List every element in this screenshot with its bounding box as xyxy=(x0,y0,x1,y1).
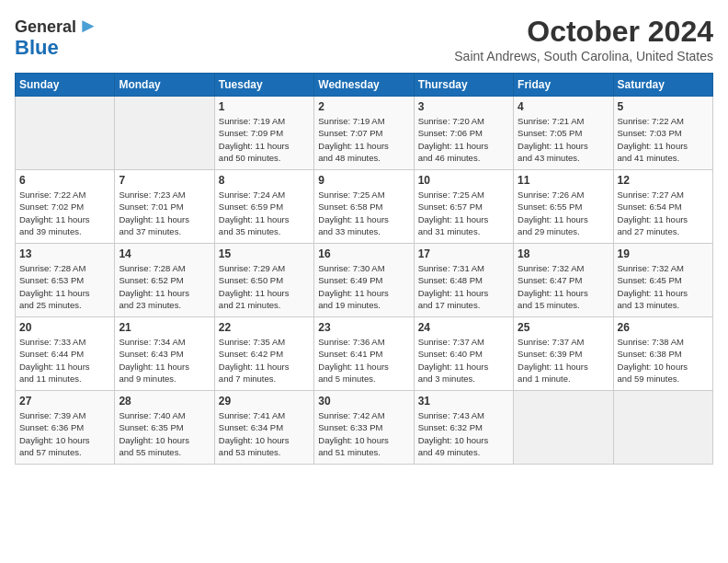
day-number: 11 xyxy=(518,174,609,187)
day-of-week-header: Thursday xyxy=(414,74,513,97)
calendar-table: SundayMondayTuesdayWednesdayThursdayFrid… xyxy=(15,73,713,465)
day-number: 1 xyxy=(219,100,310,113)
day-number: 28 xyxy=(119,395,210,408)
calendar-cell: 19Sunrise: 7:32 AM Sunset: 6:45 PM Dayli… xyxy=(613,244,712,317)
day-number: 4 xyxy=(518,100,609,113)
calendar-cell: 8Sunrise: 7:24 AM Sunset: 6:59 PM Daylig… xyxy=(214,170,313,244)
day-number: 19 xyxy=(618,247,709,260)
day-info: Sunrise: 7:25 AM Sunset: 6:57 PM Dayligh… xyxy=(418,189,509,237)
day-number: 5 xyxy=(618,100,709,113)
calendar-cell: 29Sunrise: 7:41 AM Sunset: 6:34 PM Dayli… xyxy=(214,391,313,465)
month-title: October 2024 xyxy=(454,15,713,49)
day-number: 25 xyxy=(518,321,609,334)
days-header-row: SundayMondayTuesdayWednesdayThursdayFrid… xyxy=(16,74,713,97)
calendar-cell: 11Sunrise: 7:26 AM Sunset: 6:55 PM Dayli… xyxy=(514,170,613,244)
calendar-cell: 31Sunrise: 7:43 AM Sunset: 6:32 PM Dayli… xyxy=(414,391,513,465)
calendar-cell: 1Sunrise: 7:19 AM Sunset: 7:09 PM Daylig… xyxy=(214,97,313,170)
day-info: Sunrise: 7:40 AM Sunset: 6:35 PM Dayligh… xyxy=(119,409,210,458)
logo-text-general: General► xyxy=(15,15,98,37)
day-info: Sunrise: 7:38 AM Sunset: 6:38 PM Dayligh… xyxy=(618,336,709,385)
calendar-cell: 12Sunrise: 7:27 AM Sunset: 6:54 PM Dayli… xyxy=(613,170,712,244)
day-of-week-header: Sunday xyxy=(16,74,115,97)
day-info: Sunrise: 7:20 AM Sunset: 7:06 PM Dayligh… xyxy=(418,115,509,164)
day-info: Sunrise: 7:29 AM Sunset: 6:50 PM Dayligh… xyxy=(219,262,310,311)
day-info: Sunrise: 7:35 AM Sunset: 6:42 PM Dayligh… xyxy=(219,336,310,385)
day-info: Sunrise: 7:19 AM Sunset: 7:09 PM Dayligh… xyxy=(219,115,310,164)
calendar-cell: 25Sunrise: 7:37 AM Sunset: 6:39 PM Dayli… xyxy=(514,317,613,391)
calendar-cell: 17Sunrise: 7:31 AM Sunset: 6:48 PM Dayli… xyxy=(414,244,513,317)
calendar-cell xyxy=(16,97,115,170)
calendar-cell: 7Sunrise: 7:23 AM Sunset: 7:01 PM Daylig… xyxy=(115,170,214,244)
day-info: Sunrise: 7:37 AM Sunset: 6:39 PM Dayligh… xyxy=(518,336,609,385)
calendar-week-row: 6Sunrise: 7:22 AM Sunset: 7:02 PM Daylig… xyxy=(16,170,713,244)
calendar-cell xyxy=(613,391,712,465)
day-number: 27 xyxy=(19,395,110,408)
calendar-week-row: 27Sunrise: 7:39 AM Sunset: 6:36 PM Dayli… xyxy=(16,391,713,465)
calendar-cell: 23Sunrise: 7:36 AM Sunset: 6:41 PM Dayli… xyxy=(314,317,414,391)
location-title: Saint Andrews, South Carolina, United St… xyxy=(454,49,713,63)
calendar-cell: 27Sunrise: 7:39 AM Sunset: 6:36 PM Dayli… xyxy=(16,391,115,465)
day-of-week-header: Friday xyxy=(514,74,613,97)
day-info: Sunrise: 7:23 AM Sunset: 7:01 PM Dayligh… xyxy=(119,189,210,237)
day-info: Sunrise: 7:41 AM Sunset: 6:34 PM Dayligh… xyxy=(219,409,310,458)
calendar-cell: 10Sunrise: 7:25 AM Sunset: 6:57 PM Dayli… xyxy=(414,170,513,244)
calendar-cell: 28Sunrise: 7:40 AM Sunset: 6:35 PM Dayli… xyxy=(115,391,214,465)
day-info: Sunrise: 7:25 AM Sunset: 6:58 PM Dayligh… xyxy=(318,189,409,237)
calendar-cell: 3Sunrise: 7:20 AM Sunset: 7:06 PM Daylig… xyxy=(414,97,513,170)
logo-text-blue: Blue xyxy=(15,36,59,59)
day-info: Sunrise: 7:26 AM Sunset: 6:55 PM Dayligh… xyxy=(518,189,609,237)
calendar-cell: 26Sunrise: 7:38 AM Sunset: 6:38 PM Dayli… xyxy=(613,317,712,391)
day-of-week-header: Wednesday xyxy=(314,74,414,97)
page-header: General► Blue October 2024 Saint Andrews… xyxy=(15,15,713,63)
title-section: October 2024 Saint Andrews, South Caroli… xyxy=(454,15,713,63)
calendar-week-row: 13Sunrise: 7:28 AM Sunset: 6:53 PM Dayli… xyxy=(16,244,713,317)
calendar-cell: 14Sunrise: 7:28 AM Sunset: 6:52 PM Dayli… xyxy=(115,244,214,317)
day-number: 2 xyxy=(318,100,409,113)
day-info: Sunrise: 7:24 AM Sunset: 6:59 PM Dayligh… xyxy=(219,189,310,237)
calendar-cell: 15Sunrise: 7:29 AM Sunset: 6:50 PM Dayli… xyxy=(214,244,313,317)
day-info: Sunrise: 7:30 AM Sunset: 6:49 PM Dayligh… xyxy=(318,262,409,311)
day-number: 17 xyxy=(418,247,509,260)
calendar-cell: 20Sunrise: 7:33 AM Sunset: 6:44 PM Dayli… xyxy=(16,317,115,391)
day-number: 31 xyxy=(418,395,509,408)
day-number: 13 xyxy=(19,247,110,260)
calendar-week-row: 1Sunrise: 7:19 AM Sunset: 7:09 PM Daylig… xyxy=(16,97,713,170)
day-number: 6 xyxy=(19,174,110,187)
calendar-cell: 6Sunrise: 7:22 AM Sunset: 7:02 PM Daylig… xyxy=(16,170,115,244)
calendar-cell: 13Sunrise: 7:28 AM Sunset: 6:53 PM Dayli… xyxy=(16,244,115,317)
day-info: Sunrise: 7:22 AM Sunset: 7:02 PM Dayligh… xyxy=(19,189,110,237)
day-number: 20 xyxy=(19,321,110,334)
day-number: 29 xyxy=(219,395,310,408)
day-number: 3 xyxy=(418,100,509,113)
day-number: 21 xyxy=(119,321,210,334)
day-info: Sunrise: 7:36 AM Sunset: 6:41 PM Dayligh… xyxy=(318,336,409,385)
day-info: Sunrise: 7:28 AM Sunset: 6:52 PM Dayligh… xyxy=(119,262,210,311)
calendar-cell: 4Sunrise: 7:21 AM Sunset: 7:05 PM Daylig… xyxy=(514,97,613,170)
day-info: Sunrise: 7:22 AM Sunset: 7:03 PM Dayligh… xyxy=(618,115,709,164)
calendar-cell: 22Sunrise: 7:35 AM Sunset: 6:42 PM Dayli… xyxy=(214,317,313,391)
day-info: Sunrise: 7:32 AM Sunset: 6:47 PM Dayligh… xyxy=(518,262,609,311)
day-number: 30 xyxy=(318,395,409,408)
day-number: 8 xyxy=(219,174,310,187)
day-of-week-header: Tuesday xyxy=(214,74,313,97)
day-info: Sunrise: 7:39 AM Sunset: 6:36 PM Dayligh… xyxy=(19,409,110,458)
day-of-week-header: Saturday xyxy=(613,74,712,97)
day-number: 16 xyxy=(318,247,409,260)
calendar-cell: 18Sunrise: 7:32 AM Sunset: 6:47 PM Dayli… xyxy=(514,244,613,317)
day-number: 18 xyxy=(518,247,609,260)
day-info: Sunrise: 7:27 AM Sunset: 6:54 PM Dayligh… xyxy=(618,189,709,237)
calendar-cell: 24Sunrise: 7:37 AM Sunset: 6:40 PM Dayli… xyxy=(414,317,513,391)
day-info: Sunrise: 7:33 AM Sunset: 6:44 PM Dayligh… xyxy=(19,336,110,385)
day-number: 24 xyxy=(418,321,509,334)
day-info: Sunrise: 7:43 AM Sunset: 6:32 PM Dayligh… xyxy=(418,409,509,458)
day-number: 23 xyxy=(318,321,409,334)
day-info: Sunrise: 7:31 AM Sunset: 6:48 PM Dayligh… xyxy=(418,262,509,311)
day-info: Sunrise: 7:42 AM Sunset: 6:33 PM Dayligh… xyxy=(318,409,409,458)
day-number: 10 xyxy=(418,174,509,187)
day-number: 22 xyxy=(219,321,310,334)
day-number: 9 xyxy=(318,174,409,187)
calendar-cell: 21Sunrise: 7:34 AM Sunset: 6:43 PM Dayli… xyxy=(115,317,214,391)
calendar-cell xyxy=(115,97,214,170)
calendar-cell xyxy=(514,391,613,465)
calendar-cell: 16Sunrise: 7:30 AM Sunset: 6:49 PM Dayli… xyxy=(314,244,414,317)
